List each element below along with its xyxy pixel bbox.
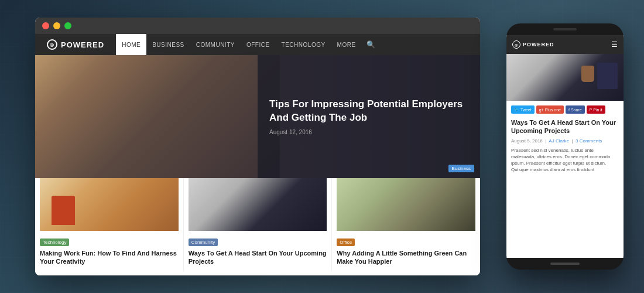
hero-date: August 12, 2016: [269, 129, 468, 135]
nav-list: HOME BUSINESS COMMUNITY OFFICE TECHNOLOG…: [116, 34, 361, 55]
minimize-button[interactable]: [53, 22, 60, 29]
browser-window: ◎ POWERED HOME BUSINESS COMMUNITY OFFICE…: [35, 18, 480, 275]
pinterest-icon: P: [590, 108, 592, 112]
hero-overlay: Tips For Impressing Potential Employers …: [258, 55, 480, 178]
social-buttons: 🐦 Tweet g+ Plus one f Share P Pin it: [511, 105, 619, 114]
titlebar: [35, 18, 480, 34]
mobile-hero-image: [506, 54, 624, 101]
card-2-title: Ways To Get A Head Start On Your Upcomin…: [189, 249, 327, 266]
mobile-logo: ◎ POWERED: [512, 40, 554, 49]
card-3[interactable]: Office Why Adding A Little Something Gre…: [332, 178, 480, 271]
card-1-title: Making Work Fun: How To Find And Harness…: [40, 249, 179, 266]
card-2[interactable]: Community Ways To Get A Head Start On Yo…: [184, 178, 333, 271]
pinit-button[interactable]: P Pin it: [587, 105, 605, 114]
notebook-decoration: [597, 63, 618, 89]
nav-item-technology[interactable]: TECHNOLOGY: [276, 34, 331, 55]
nav-item-business[interactable]: BUSINESS: [146, 34, 190, 55]
coffee-decoration: [581, 66, 594, 82]
nav-item-office[interactable]: OFFICE: [241, 34, 276, 55]
mobile-logo-text: POWERED: [523, 42, 554, 47]
nav-item-community[interactable]: COMMUNITY: [190, 34, 241, 55]
home-bar: [506, 258, 624, 270]
hero-category-badge: Business: [448, 165, 474, 172]
card-3-title: Why Adding A Little Something Green Can …: [337, 249, 475, 266]
logo-icon: ◎: [47, 39, 57, 50]
logo-text: POWERED: [61, 40, 104, 49]
close-button[interactable]: [42, 22, 49, 29]
hero-article[interactable]: Tips For Impressing Potential Employers …: [35, 55, 480, 178]
facebook-icon: f: [568, 108, 570, 112]
main-content: Tips For Impressing Potential Employers …: [35, 55, 480, 275]
card-3-image: [337, 178, 475, 231]
plusone-button[interactable]: g+ Plus one: [536, 105, 564, 114]
mobile-date: August 5, 2016: [511, 138, 543, 144]
nav-item-more[interactable]: MORE: [331, 34, 362, 55]
twitter-icon: 🐦: [514, 107, 519, 112]
cards-row: Technology Making Work Fun: How To Find …: [35, 178, 480, 271]
mobile-device: ◎ POWERED ☰ 🐦 Tweet g+ Plus one: [506, 23, 624, 270]
card-2-image: [189, 178, 327, 231]
mobile-article-meta: August 5, 2016 | AJ Clarke | 3 Comments: [511, 138, 619, 144]
share-button[interactable]: f Share: [566, 105, 585, 114]
mobile-author[interactable]: AJ Clarke: [549, 138, 569, 144]
hero-person-image: [35, 55, 280, 178]
card-1[interactable]: Technology Making Work Fun: How To Find …: [35, 178, 184, 271]
speaker-bar: [553, 28, 577, 30]
nav-item-home[interactable]: HOME: [116, 34, 146, 55]
mobile-body: 🐦 Tweet g+ Plus one f Share P Pin it Way…: [506, 101, 624, 258]
site-logo: ◎ POWERED: [47, 39, 104, 50]
card-2-badge: Community: [189, 239, 218, 246]
card-3-badge: Office: [337, 239, 355, 246]
site-navigation: ◎ POWERED HOME BUSINESS COMMUNITY OFFICE…: [35, 34, 480, 55]
maximize-button[interactable]: [64, 22, 71, 29]
mobile-article-title: Ways To Get A Head Start On Your Upcomin…: [511, 118, 619, 135]
home-indicator: [550, 263, 580, 265]
hamburger-icon[interactable]: ☰: [611, 40, 618, 49]
mobile-nav: ◎ POWERED ☰: [506, 35, 624, 54]
mobile-comments[interactable]: 3 Comments: [576, 138, 602, 144]
card-1-badge: Technology: [40, 239, 69, 246]
mobile-excerpt: Praesent sed nisl venenatis, luctus ante…: [511, 147, 619, 173]
google-icon: g+: [539, 108, 544, 112]
mobile-screen: ◎ POWERED ☰ 🐦 Tweet g+ Plus one: [506, 35, 624, 258]
card-1-image: [40, 178, 179, 231]
hero-title: Tips For Impressing Potential Employers …: [269, 98, 468, 124]
chair-decoration: [52, 196, 75, 225]
mobile-speaker: [506, 23, 624, 35]
mobile-logo-icon: ◎: [512, 40, 520, 49]
tweet-button[interactable]: 🐦 Tweet: [511, 105, 535, 114]
search-icon[interactable]: 🔍: [366, 40, 375, 49]
